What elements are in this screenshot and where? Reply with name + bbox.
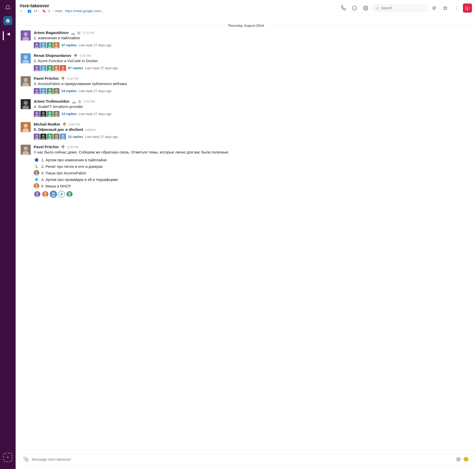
message-3: Pavel Pritchin 🌴 5:48 PM 3. AccessFabric… — [21, 76, 471, 94]
message-body-3: Pavel Pritchin 🌴 5:48 PM 3. AccessFabric… — [34, 76, 471, 94]
msg-text-4: 4. ScaleFT terraform provider — [34, 104, 471, 109]
svg-point-104 — [52, 192, 55, 195]
thread-count-1[interactable]: 37 replies — [61, 43, 77, 47]
thread-avatar — [60, 134, 66, 140]
reaction-count-selected[interactable]: 4 — [58, 191, 65, 198]
thread-avatar — [34, 65, 40, 71]
svg-point-23 — [24, 55, 28, 59]
list-text-4: 4. Артем про провайдер в sft в терраформ… — [41, 177, 118, 182]
thread-last-5: Last reply 27 days ago — [85, 135, 118, 139]
msg-time-2: 5:36 PM — [80, 54, 91, 58]
thread-last-4: Last reply 27 days ago — [79, 112, 112, 116]
emoji-icon[interactable]: 😊 — [463, 456, 469, 462]
msg-time-4: 5:55 PM — [84, 100, 95, 103]
gift-button[interactable]: 🎁 — [463, 4, 472, 13]
edited-label: (edited) — [85, 128, 95, 132]
thread-count-5[interactable]: 12 replies — [68, 135, 83, 139]
message-2: Renat Shajmardanov 🌴 5:36 PM 2. Azure Fu… — [21, 53, 471, 71]
msg-author-3: Pavel Pritchin — [34, 76, 59, 81]
sidebar-home-icon[interactable]: 🏠 — [3, 16, 12, 25]
search-box[interactable] — [372, 4, 428, 12]
thread-avatar — [40, 134, 46, 140]
msg-text-5: 5. Офисный днс и dhclient (edited) — [34, 127, 471, 132]
list-item-3: 3. Паша про AccessFabric — [34, 170, 471, 176]
svg-point-41 — [24, 78, 28, 82]
thread-avatar — [47, 134, 53, 140]
thread-avatar — [34, 111, 40, 117]
search-input[interactable] — [381, 6, 424, 10]
thread-info-4: 13 replies Last reply 27 days ago — [34, 111, 471, 117]
thread-avatars-3 — [34, 88, 59, 94]
list-icon-1: 🔵 — [34, 157, 39, 163]
thread-avatar — [47, 42, 53, 48]
svg-point-92 — [36, 171, 38, 173]
msg-list-6: 🔵 1. Артем про изменения в пайплайне 🐍 2… — [34, 157, 471, 189]
sidebar-add-workspace-icon[interactable]: + — [3, 453, 12, 462]
sidebar-collapse-icon[interactable]: ◀ — [4, 29, 13, 38]
list-text-1: 1. Артем про изменения в пайплайне — [41, 158, 107, 162]
msg-text-6-intro: У нас было сейчас демо. Соберем же обрат… — [34, 149, 471, 155]
svg-point-71 — [24, 124, 28, 128]
message-input-box: 📎 @ 😊 — [20, 453, 472, 465]
message-body-4: Artem Trofimushkin 🏔️ A 5:55 PM 4. Scale… — [34, 99, 471, 117]
thread-avatar — [40, 42, 46, 48]
thread-count-2[interactable]: 87 replies — [68, 66, 83, 70]
thread-info-5: 12 replies Last reply 27 days ago — [34, 134, 471, 140]
thread-avatar — [40, 65, 46, 71]
more-options-icon[interactable]: ⋮ — [452, 4, 461, 13]
sidebar-notification-icon[interactable] — [3, 3, 12, 12]
avatar-artem-t — [21, 99, 31, 109]
message-input[interactable] — [32, 457, 454, 461]
search-icon — [376, 6, 379, 10]
reaction-avatar-5 — [66, 191, 73, 198]
members-icon: 👥 — [27, 9, 31, 13]
avatar-pavel-2 — [21, 145, 31, 155]
message-1: Artem Bagautdinov 🏔️ A 5:23 PM 1. измене… — [21, 30, 471, 48]
reaction-avatar-2 — [42, 191, 49, 198]
thread-last-2: Last reply 27 days ago — [85, 66, 118, 70]
avatar-pavel-1 — [21, 76, 31, 86]
phone-icon[interactable] — [339, 4, 348, 13]
at-icon[interactable]: @ — [456, 457, 461, 462]
msg-time-6: 6:00 PM — [67, 145, 78, 149]
list-item-4: 💠 4. Артем про провайдер в sft в террафо… — [34, 177, 471, 182]
svg-point-53 — [55, 89, 58, 92]
msg-text-2: 2. Azure Function и VsCode in Docker — [34, 58, 471, 64]
bookmark-header-icon[interactable] — [441, 4, 450, 13]
star-icon[interactable]: ☆ — [20, 9, 23, 13]
svg-point-47 — [42, 89, 45, 92]
settings-icon[interactable] — [361, 4, 370, 13]
thread-avatar — [47, 111, 53, 117]
avatar-artem-b — [21, 30, 31, 41]
svg-point-35 — [55, 66, 58, 69]
avatar-michail — [21, 122, 31, 132]
list-text-3: 3. Паша про AccessFabric — [41, 171, 86, 175]
channel-header: #sre-takeover ☆ | 👥 14 | 🔖 3 | meet: htt… — [16, 0, 476, 16]
thread-avatar — [40, 111, 46, 117]
thread-info-2: 87 replies Last reply 27 days ago — [34, 65, 471, 71]
thread-count-4[interactable]: 13 replies — [61, 112, 77, 116]
input-right-icons: @ 😊 — [456, 456, 469, 462]
reaction-avatar-1 — [34, 191, 41, 198]
avatar-renat — [21, 53, 31, 63]
svg-point-8 — [24, 32, 28, 36]
svg-point-32 — [49, 66, 51, 69]
thread-avatar — [34, 134, 40, 140]
info-icon[interactable] — [350, 4, 359, 13]
message-body-6: Pavel Pritchin 🌴 6:00 PM У нас было сейч… — [34, 145, 471, 198]
attach-icon[interactable]: 📎 — [23, 456, 29, 462]
meet-label: meet: — [55, 9, 63, 13]
message-5: Michail Redkin 🌴 5:59 PM 5. Офисный днс … — [21, 122, 471, 140]
meet-link[interactable]: https://meet.google.com/... — [65, 9, 104, 13]
at-mention-icon[interactable]: @ — [430, 4, 439, 13]
thread-count-3[interactable]: 24 replies — [61, 89, 77, 93]
thread-avatar — [60, 65, 66, 71]
list-icon-3 — [34, 170, 39, 176]
thread-avatar — [47, 65, 53, 71]
svg-line-5 — [378, 9, 379, 9]
message-body-5: Michail Redkin 🌴 5:59 PM 5. Офисный днс … — [34, 122, 471, 140]
message-body-2: Renat Shajmardanov 🌴 5:36 PM 2. Azure Fu… — [34, 53, 471, 71]
thread-last-1: Last reply 27 days ago — [79, 43, 112, 47]
svg-point-38 — [62, 66, 64, 69]
message-4: Artem Trofimushkin 🏔️ A 5:55 PM 4. Scale… — [21, 99, 471, 117]
